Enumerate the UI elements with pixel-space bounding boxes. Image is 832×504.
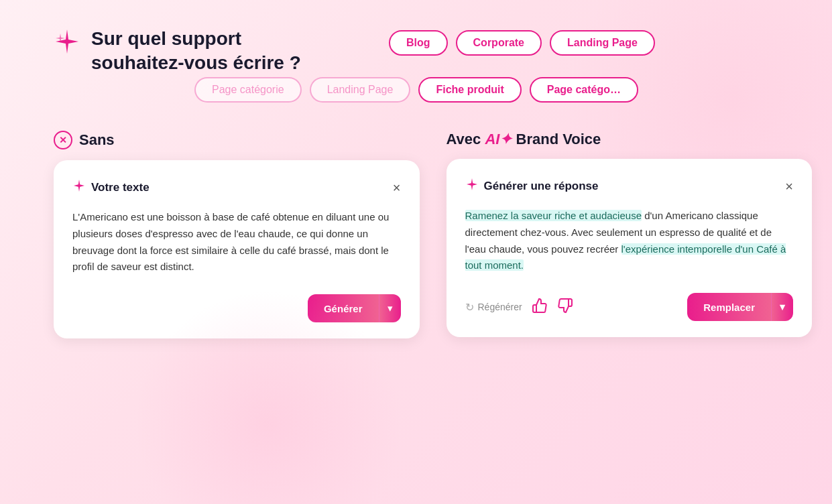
sparkle-icon <box>54 28 80 61</box>
thumb-down-button[interactable] <box>557 298 573 317</box>
right-card-body: Ramenez la saveur riche et audacieuse d'… <box>465 208 794 274</box>
avec-section-header: Avec AI✦ Brand Voice <box>447 131 813 148</box>
remplacer-button[interactable]: Remplacer <box>687 293 771 321</box>
right-card-header: Générer une réponse × <box>465 178 794 194</box>
generer-button[interactable]: Générer <box>308 294 379 322</box>
right-card: Générer une réponse × Ramenez la saveur … <box>447 159 813 337</box>
tag-corporate[interactable]: Corporate <box>456 30 542 56</box>
tags-row-1: Blog Corporate Landing Page <box>389 30 655 56</box>
content-area: ✕ Sans Votre texte × L'A <box>54 131 812 338</box>
left-card-title-wrap: Votre texte <box>72 179 150 196</box>
sans-title: Sans <box>79 131 115 149</box>
regenerer-button[interactable]: ↻ Régénérer <box>465 301 522 314</box>
right-card-close-button[interactable]: × <box>785 180 793 193</box>
right-card-title: Générer une réponse <box>484 180 599 193</box>
tags-row-2: Page catégorie Landing Page Fiche produi… <box>194 77 638 103</box>
footer-left-actions: ↻ Régénérer <box>465 298 573 317</box>
main-title: Sur quel support souhaitez-vous écrire ? <box>91 27 301 76</box>
regenerer-label: Régénérer <box>478 302 522 312</box>
tag-page-categorie-2[interactable]: Page catégo… <box>530 77 638 103</box>
left-card-body: L'Americano est une boisson à base de ca… <box>72 209 401 275</box>
right-card-title-wrap: Générer une réponse <box>465 178 599 194</box>
tag-page-categorie-1[interactable]: Page catégorie <box>194 77 302 103</box>
left-card-header: Votre texte × <box>72 179 401 196</box>
regen-icon: ↻ <box>465 301 474 314</box>
thumb-up-button[interactable] <box>532 298 548 317</box>
right-panel: Avec AI✦ Brand Voice Générer une réponse… <box>447 131 813 338</box>
generer-button-group: Générer ▾ <box>308 294 401 322</box>
tag-blog[interactable]: Blog <box>389 30 448 56</box>
left-card-star-icon <box>72 179 86 196</box>
generer-chevron-button[interactable]: ▾ <box>379 294 401 322</box>
main-container: Sur quel support souhaitez-vous écrire ?… <box>0 0 832 504</box>
right-card-footer: ↻ Régénérer <box>465 293 794 321</box>
tag-fiche-produit[interactable]: Fiche produit <box>418 77 521 103</box>
left-card-title: Votre texte <box>91 181 150 194</box>
tag-landing-page-1[interactable]: Landing Page <box>550 30 655 56</box>
left-panel: ✕ Sans Votre texte × L'A <box>54 131 420 338</box>
highlighted-text-1: Ramenez la saveur riche et audacieuse <box>465 210 642 221</box>
remplacer-chevron-button[interactable]: ▾ <box>771 293 793 321</box>
remplacer-button-group: Remplacer ▾ <box>687 293 793 321</box>
avec-title: Avec AI✦ Brand Voice <box>447 131 601 148</box>
tag-landing-page-2[interactable]: Landing Page <box>310 77 411 103</box>
left-card: Votre texte × L'Americano est une boisso… <box>54 160 420 338</box>
sans-section-header: ✕ Sans <box>54 131 420 149</box>
ai-label: AI✦ <box>485 131 512 147</box>
left-card-close-button[interactable]: × <box>393 181 401 194</box>
left-card-footer: Générer ▾ <box>72 294 401 322</box>
sans-icon: ✕ <box>54 131 72 149</box>
right-card-star-icon <box>465 178 479 194</box>
